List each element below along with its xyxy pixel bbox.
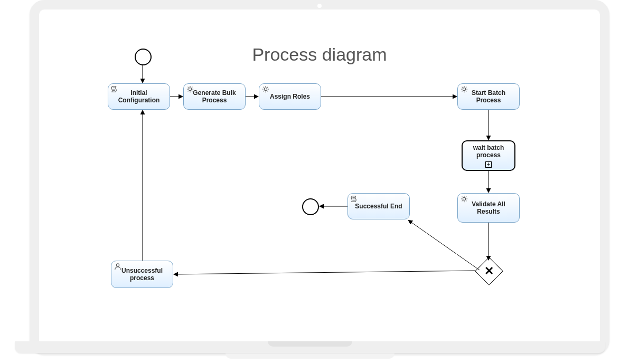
sequence-flows: [39, 9, 600, 346]
laptop-frame: Process diagram Initial Configuration Ge…: [30, 0, 609, 355]
stage: Process diagram Initial Configuration Ge…: [0, 0, 620, 364]
laptop-notch: [268, 341, 352, 347]
laptop-camera: [317, 4, 322, 8]
diagram-canvas: Process diagram Initial Configuration Ge…: [39, 9, 600, 346]
laptop-foot: [226, 353, 394, 359]
